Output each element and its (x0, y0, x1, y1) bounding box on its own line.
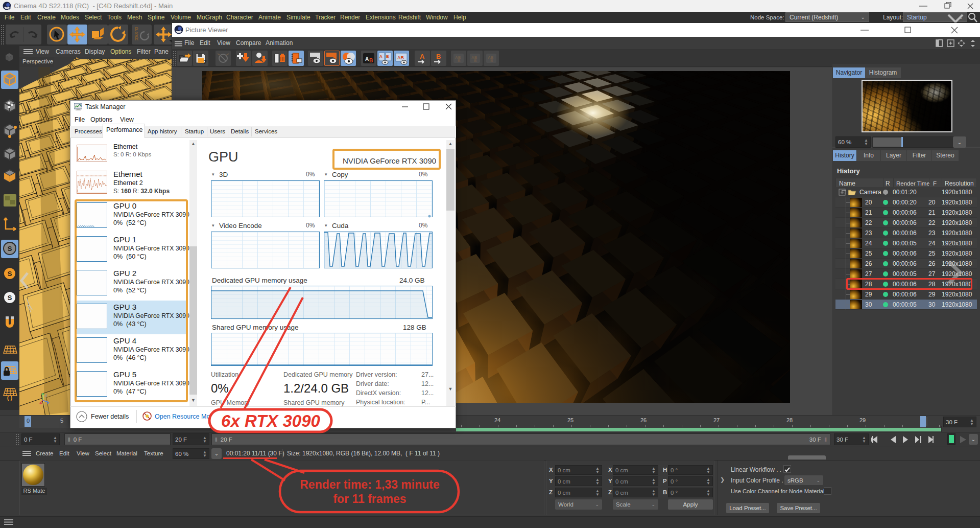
svg-text:B: B (369, 58, 373, 63)
svg-text:B: B (436, 53, 441, 60)
svg-text:A: A (365, 56, 369, 62)
svg-text:B: B (490, 58, 493, 63)
svg-text:6x RTX 3090: 6x RTX 3090 (221, 411, 321, 430)
svg-text:( ): ( ) (7, 395, 13, 401)
svg-text:S: S (8, 245, 12, 252)
svg-text:B: B (458, 58, 461, 63)
svg-text:B: B (474, 58, 477, 63)
svg-text:AB: AB (397, 55, 404, 60)
svg-text:S: S (8, 294, 12, 302)
svg-text:?: ? (203, 59, 207, 65)
svg-text:S: S (8, 270, 12, 278)
svg-text:Z: Z (45, 394, 47, 398)
svg-text:A: A (420, 53, 425, 60)
svg-text:Render time: 1,33 minute: Render time: 1,33 minute (300, 478, 440, 491)
svg-text:B: B (386, 54, 389, 59)
svg-text:A: A (379, 54, 383, 59)
svg-text:for 11 frames: for 11 frames (333, 492, 406, 506)
